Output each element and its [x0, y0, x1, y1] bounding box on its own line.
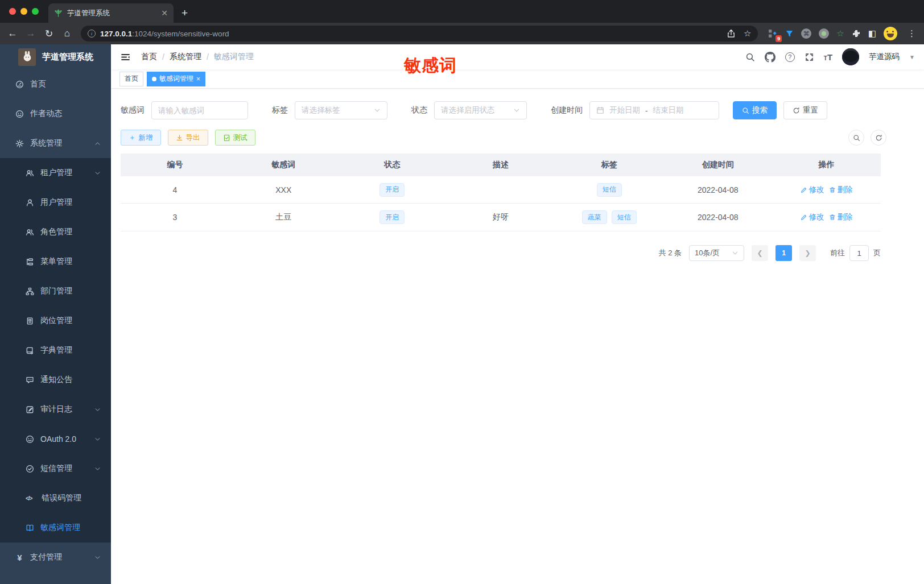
test-button[interactable]: 测试	[215, 130, 255, 146]
refresh-table-button[interactable]	[871, 130, 886, 146]
sidebar-item-home[interactable]: 首页	[0, 69, 111, 99]
delete-link[interactable]: 删除	[829, 212, 853, 222]
search-icon	[853, 134, 860, 142]
pencil-icon	[801, 187, 807, 193]
goto-page-input[interactable]	[849, 245, 869, 261]
sidebar-item-dept[interactable]: 部门管理	[0, 276, 111, 306]
next-page-button[interactable]: ❯	[799, 245, 816, 261]
dashboard-icon	[15, 80, 24, 89]
sidebar-item-pay[interactable]: ¥ 支付管理	[0, 542, 111, 572]
forward-icon[interactable]: →	[23, 26, 39, 42]
date-range-picker[interactable]: 开始日期 - 结束日期	[589, 101, 719, 119]
add-button[interactable]: ＋ 新增	[121, 130, 161, 146]
fullscreen-icon[interactable]	[805, 52, 814, 62]
users-icon	[26, 169, 34, 177]
page-number-button[interactable]: 1	[776, 245, 792, 261]
sidebar-item-audit-log[interactable]: 审计日志	[0, 395, 111, 424]
zoom-window-button[interactable]	[32, 8, 39, 15]
font-size-icon[interactable]: TT	[824, 52, 832, 62]
sidebar-item-oauth[interactable]: OAuth 2.0	[0, 424, 111, 454]
delete-link[interactable]: 删除	[829, 185, 853, 195]
sidebar-item-author-news[interactable]: 作者动态	[0, 99, 111, 129]
page-size-select[interactable]: 10条/页	[689, 245, 744, 261]
edit-link[interactable]: 修改	[801, 185, 824, 195]
user-icon	[26, 198, 34, 207]
chat-bubble-icon	[26, 376, 34, 384]
tag-close-icon[interactable]: ×	[196, 75, 200, 83]
profile-avatar[interactable]	[884, 27, 897, 40]
sidebar-item-notice[interactable]: 通知公告	[0, 365, 111, 395]
show-search-toggle-button[interactable]	[848, 130, 864, 146]
reset-button[interactable]: 重置	[783, 101, 827, 119]
new-tab-button[interactable]: +	[182, 7, 188, 19]
export-button[interactable]: 导出	[168, 130, 208, 146]
sidebar-logo[interactable]: 芋道管理系统	[0, 44, 111, 69]
sidebar-item-sensitive-word[interactable]: 敏感词管理	[0, 513, 111, 542]
share-icon[interactable]	[727, 29, 736, 38]
tab-manager-extension-icon[interactable]: 9	[768, 29, 778, 39]
sidebar-item-dict[interactable]: 字典管理	[0, 336, 111, 365]
edit-link[interactable]: 修改	[801, 212, 824, 222]
site-info-icon[interactable]: i	[88, 30, 96, 38]
prev-page-button[interactable]: ❮	[752, 245, 768, 261]
search-button[interactable]: 搜索	[733, 101, 777, 119]
sidebar-item-tenant[interactable]: 租户管理	[0, 158, 111, 188]
search-form: 敏感词 标签 请选择标签 状态 请选择启用状态	[121, 101, 881, 119]
trash-icon	[829, 214, 836, 221]
sidebar-item-error-code[interactable]: </> 错误码管理	[0, 483, 111, 513]
command-extension-icon[interactable]: ⌘	[801, 28, 811, 39]
keyword-input[interactable]	[151, 101, 248, 119]
sidebar-item-sms[interactable]: 短信管理	[0, 454, 111, 483]
sidebar: 芋道管理系统 首页 作者动态 系统管理 租户管理	[0, 44, 111, 584]
minimize-window-button[interactable]	[20, 8, 27, 15]
browser-menu-icon[interactable]: ⋮	[904, 28, 919, 39]
reload-icon[interactable]: ↻	[41, 26, 57, 42]
address-bar[interactable]: i 127.0.0.1:1024/system/sensitive-word ☆	[81, 26, 758, 42]
tag-select[interactable]: 请选择标签	[295, 101, 387, 119]
user-menu-caret-icon[interactable]: ▼	[909, 54, 915, 60]
help-icon[interactable]: ?	[785, 52, 795, 62]
active-dot-icon	[152, 77, 156, 81]
org-chart-icon	[26, 287, 34, 296]
sidebar-item-menu[interactable]: 菜单管理	[0, 247, 111, 276]
keyword-label: 敏感词	[121, 105, 145, 115]
puzzle-extensions-icon[interactable]	[852, 29, 861, 38]
search-icon[interactable]	[745, 52, 755, 62]
side-panel-icon[interactable]: ◧	[868, 28, 876, 39]
status-select[interactable]: 请选择启用状态	[434, 101, 527, 119]
date-end-placeholder: 结束日期	[653, 105, 684, 115]
sidebar-item-system[interactable]: 系统管理	[0, 129, 111, 158]
recorder-extension-icon[interactable]	[819, 28, 829, 39]
total-count: 共 2 条	[659, 248, 682, 258]
tag-sensitive-word[interactable]: 敏感词管理 ×	[147, 72, 205, 86]
tag-home[interactable]: 首页	[119, 72, 143, 86]
browser-tab[interactable]: 芋道管理系统 ✕	[48, 3, 174, 23]
funnel-extension-icon[interactable]	[785, 30, 794, 38]
tag-badge: 短信	[612, 210, 637, 224]
status-badge: 开启	[380, 210, 405, 224]
collapse-sidebar-icon[interactable]	[120, 52, 131, 63]
tags-view: 首页 敏感词管理 ×	[111, 69, 924, 89]
tab-close-icon[interactable]: ✕	[161, 9, 168, 18]
home-icon[interactable]: ⌂	[59, 26, 75, 42]
edit-log-icon	[26, 405, 34, 414]
cell-created: 2022-04-08	[663, 213, 772, 222]
sidebar-item-role[interactable]: 角色管理	[0, 217, 111, 247]
breadcrumb-home[interactable]: 首页	[141, 52, 157, 62]
chevron-down-icon	[513, 107, 520, 114]
back-icon[interactable]: ←	[5, 26, 20, 42]
refresh-icon	[875, 134, 882, 142]
chevron-down-icon	[94, 436, 101, 442]
rabbit-logo-image	[18, 48, 36, 66]
bookmark-star-icon[interactable]: ☆	[744, 28, 751, 39]
plus-icon: ＋	[129, 133, 136, 143]
sidebar-item-post[interactable]: 岗位管理	[0, 306, 111, 336]
window-controls[interactable]	[9, 8, 39, 15]
user-avatar[interactable]	[842, 48, 859, 65]
breadcrumb-section[interactable]: 系统管理	[170, 52, 201, 62]
close-window-button[interactable]	[9, 8, 16, 15]
chevron-down-icon	[94, 407, 101, 413]
github-icon[interactable]	[765, 52, 776, 63]
green-star-extension-icon[interactable]: ☆	[836, 28, 844, 39]
sidebar-item-user[interactable]: 用户管理	[0, 188, 111, 217]
